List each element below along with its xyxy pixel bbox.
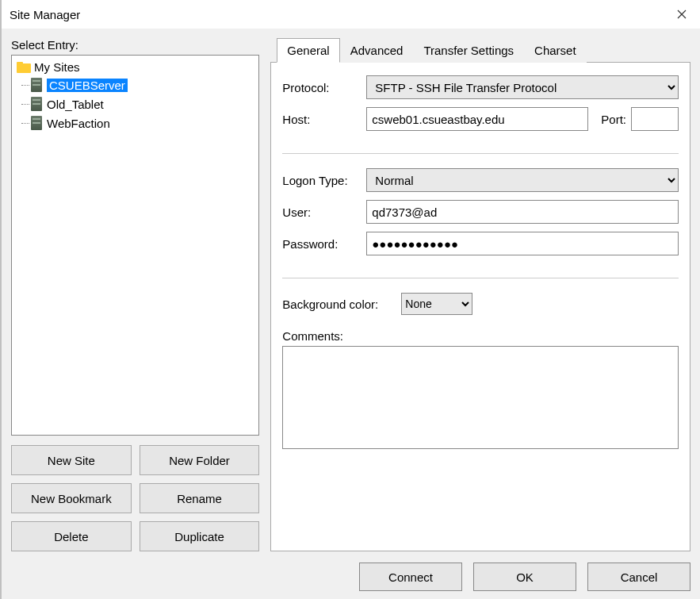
bgcolor-label: Background color: [282, 298, 393, 311]
password-label: Password: [282, 237, 361, 251]
new-site-button[interactable]: New Site [11, 445, 132, 475]
tab-transfer-settings[interactable]: Transfer Settings [413, 38, 524, 63]
logon-type-label: Logon Type: [282, 174, 361, 187]
duplicate-button[interactable]: Duplicate [140, 521, 260, 551]
tree-root-my-sites[interactable]: My Sites [12, 59, 258, 75]
bgcolor-row: Background color: None [282, 293, 679, 315]
user-input[interactable] [366, 200, 679, 224]
new-bookmark-button[interactable]: New Bookmark [11, 483, 132, 513]
tab-strip: General Advanced Transfer Settings Chars… [270, 38, 690, 63]
cancel-button[interactable]: Cancel [587, 563, 690, 591]
left-button-grid: New Site New Folder New Bookmark Rename … [11, 445, 259, 551]
password-input[interactable] [366, 232, 679, 255]
tab-advanced[interactable]: Advanced [340, 38, 414, 63]
connect-button[interactable]: Connect [359, 563, 462, 591]
tree-root-label: My Sites [34, 60, 80, 74]
left-column: Select Entry: My Sites CSUEBServer [11, 38, 259, 551]
folder-icon [17, 62, 31, 73]
close-icon [677, 10, 687, 19]
titlebar: Site Manager [2, 0, 700, 29]
upper-area: Select Entry: My Sites CSUEBServer [11, 38, 690, 551]
select-entry-label: Select Entry: [11, 38, 259, 52]
host-row: Host: Port: [282, 107, 679, 131]
tree-children: CSUEBServer Old_Tablet WebFaction [12, 75, 258, 132]
user-row: User: [282, 200, 679, 224]
tab-charset[interactable]: Charset [524, 38, 587, 63]
separator [282, 153, 679, 154]
tree-item-label: Old_Tablet [47, 98, 104, 111]
dialog-content: Select Entry: My Sites CSUEBServer [2, 29, 700, 599]
protocol-row: Protocol: SFTP - SSH File Transfer Proto… [282, 75, 679, 99]
protocol-select[interactable]: SFTP - SSH File Transfer Protocol [366, 75, 679, 99]
separator [282, 278, 679, 278]
logon-type-select[interactable]: Normal [366, 168, 679, 192]
bgcolor-select[interactable]: None [401, 293, 472, 315]
server-icon [31, 116, 42, 130]
host-label: Host: [282, 113, 361, 126]
comments-textarea[interactable] [282, 346, 679, 449]
dialog-footer: Connect OK Cancel [11, 551, 690, 591]
server-icon [31, 97, 42, 111]
site-manager-window: Site Manager Select Entry: My Sites [0, 0, 700, 599]
tree-item-label: WebFaction [47, 117, 110, 130]
tree-item-csuebserver[interactable]: CSUEBServer [26, 75, 258, 94]
port-input[interactable] [631, 107, 679, 131]
port-label: Port: [601, 113, 626, 126]
delete-button[interactable]: Delete [11, 521, 132, 551]
protocol-label: Protocol: [282, 81, 361, 94]
user-label: User: [282, 205, 361, 219]
password-row: Password: [282, 232, 679, 255]
close-button[interactable] [664, 2, 700, 27]
comments-label: Comments: [282, 329, 679, 343]
tree-item-label: CSUEBServer [47, 79, 128, 92]
window-title: Site Manager [10, 8, 80, 21]
new-folder-button[interactable]: New Folder [140, 445, 260, 475]
tab-body-general: Protocol: SFTP - SSH File Transfer Proto… [270, 62, 690, 551]
tab-general[interactable]: General [277, 38, 339, 63]
tree-item-old-tablet[interactable]: Old_Tablet [26, 94, 258, 113]
site-tree[interactable]: My Sites CSUEBServer Old_Tablet [11, 55, 259, 436]
host-input[interactable] [366, 107, 588, 131]
server-icon [31, 78, 42, 92]
rename-button[interactable]: Rename [140, 483, 260, 513]
ok-button[interactable]: OK [473, 563, 576, 591]
tree-item-webfaction[interactable]: WebFaction [26, 113, 258, 132]
right-column: General Advanced Transfer Settings Chars… [270, 38, 690, 551]
logon-row: Logon Type: Normal [282, 168, 679, 192]
